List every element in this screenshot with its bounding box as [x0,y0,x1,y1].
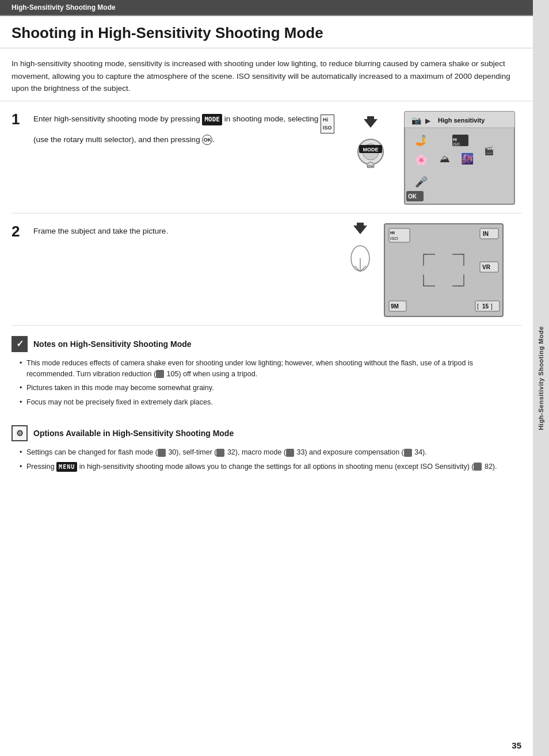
step-1-text: Enter high-sensitivity shooting mode by … [33,110,335,146]
step-1-images: MODE OK [343,110,521,207]
svg-text:High sensitivity: High sensitivity [438,117,485,124]
notes-bullet-list: This mode reduces effects of camera shak… [12,358,521,408]
svg-marker-0 [364,116,378,128]
options-bullet-list: Settings can be changed for flash mode (… [12,447,521,472]
lcd-svg-step1: 📷 ▶ High sensitivity 🤳 Hi ISO [403,110,516,205]
intro-paragraph: In high-sensitivity shooting mode, sensi… [12,58,521,95]
svg-text:OK: OK [408,193,417,200]
svg-text:Hi: Hi [453,138,457,142]
side-tab-text: High-Sensitivity Shooting Mode [537,326,544,430]
svg-text:🌸: 🌸 [415,154,428,166]
svg-text:🤳: 🤳 [415,134,428,147]
page-title-section: Shooting in High-Sensitivity Shooting Mo… [0,16,533,48]
notes-bullet-2: Pictures taken in this mode may become s… [20,383,521,394]
svg-text:🎤: 🎤 [415,175,428,188]
options-bullet-1: Settings can be changed for flash mode (… [20,447,521,458]
step-2-row: 2 Frame the subject and take the picture… [12,213,521,326]
hi-iso-badge: HiISO [321,114,334,133]
svg-text:ISO: ISO [453,142,460,146]
menu-badge: MENU [56,462,77,472]
step-2-text-span: Frame the subject and take the picture. [33,227,168,235]
page-title: Shooting in High-Sensitivity Shooting Mo… [12,24,521,42]
options-section: ⚙ Options Available in High-Sensitivity … [0,417,533,487]
options-header: ⚙ Options Available in High-Sensitivity … [12,425,521,441]
page-number: 35 [0,735,533,756]
svg-text:📷: 📷 [411,116,422,125]
side-tab: High-Sensitivity Shooting Mode [533,0,549,756]
ok-button-icon: OK [202,135,212,145]
step-1-number: 1 [12,110,25,127]
notes-title: Notes on High-Sensitivity Shooting Mode [33,339,192,349]
svg-text:]: ] [491,303,493,310]
options-bullet-2: Pressing MENU in high-sensitivity shooti… [20,461,521,472]
step-1-row: 1 Enter high-sensitivity shooting mode b… [12,101,521,213]
ref-icon-3 [216,449,224,457]
svg-text:Hi: Hi [390,230,395,235]
notes-bullet-3: Focus may not be precisely fixed in extr… [20,397,521,408]
step2-arrow-svg [343,223,378,274]
options-icon-label: ⚙ [16,429,24,438]
svg-text:MODE: MODE [363,147,378,152]
notes-section: ✓ Notes on High-Sensitivity Shooting Mod… [0,326,533,417]
svg-text:▶: ▶ [425,117,431,125]
svg-text:9M: 9M [391,303,399,310]
svg-marker-24 [353,223,367,234]
main-content: High-Sensitivity Shooting Mode Shooting … [0,0,533,756]
header-bar: High-Sensitivity Shooting Mode [0,0,533,16]
mode-dial-svg: MODE OK [345,110,396,168]
mode-badge: MODE [202,114,222,125]
notes-icon-label: ✓ [16,338,24,349]
ref-icon-2 [158,449,166,457]
step2-arrow [343,223,378,274]
mode-dial-image: MODE OK [343,110,398,168]
options-icon: ⚙ [12,425,28,441]
page-container: High-Sensitivity Shooting Mode Shooting … [0,0,549,756]
ref-icon-5 [404,449,412,457]
ref-icon-4 [286,449,294,457]
step-2-text: Frame the subject and take the picture. [33,223,335,238]
lcd-svg-step2: Hi ISO IN VR [383,223,504,318]
step-2-images: Hi ISO IN VR [343,223,521,319]
svg-text:🌆: 🌆 [461,152,474,165]
intro-text: In high-sensitivity shooting mode, sensi… [0,48,533,101]
notes-header: ✓ Notes on High-Sensitivity Shooting Mod… [12,336,521,352]
camera-lcd-step2: Hi ISO IN VR [383,223,504,319]
steps-section: 1 Enter high-sensitivity shooting mode b… [0,101,533,326]
svg-text:15: 15 [482,303,489,310]
ref-icon-6 [474,463,482,471]
ref-icon-1 [156,370,164,378]
svg-text:ISO: ISO [390,236,398,241]
svg-text:OK: OK [367,165,373,168]
svg-text:🎬: 🎬 [484,146,494,156]
camera-lcd-step1: 📷 ▶ High sensitivity 🤳 Hi ISO [403,110,516,207]
svg-text:VR: VR [482,264,491,270]
notes-bullet-3-text: Focus may not be precisely fixed in extr… [26,398,213,406]
options-title: Options Available in High-Sensitivity Sh… [33,429,234,438]
notes-bullet-1: This mode reduces effects of camera shak… [20,358,521,380]
notes-icon: ✓ [12,336,28,352]
svg-text:IN: IN [483,231,489,237]
step-2-number: 2 [12,223,25,239]
svg-text:[: [ [477,303,479,310]
svg-text:⛰: ⛰ [440,153,450,165]
notes-bullet-2-text: Pictures taken in this mode may become s… [26,384,214,392]
header-title: High-Sensitivity Shooting Mode [12,3,116,12]
